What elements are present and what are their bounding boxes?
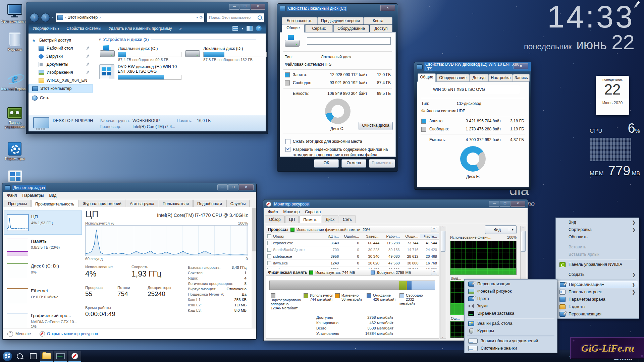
row-checkbox[interactable] [267,261,271,265]
tab-disk[interactable]: Диск [322,216,338,223]
menu-item-personalization-plus[interactable]: Персонализация+❯ [556,281,638,288]
perf-item-disk[interactable]: Диск 0 (C: D:)0% [4,260,81,284]
tab-network[interactable]: Сеть [339,216,356,223]
drive-item-d[interactable]: Локальный диск (D:) 87,8 ГБ свободно из … [184,46,267,62]
taskbar-resource-monitor-button[interactable] [68,351,81,362]
collapse-icon[interactable]: ⌃ [431,270,437,275]
sidebar-item-win10-folder[interactable]: WIN10_X86_X64_EN [29,76,93,84]
scrollbar[interactable] [440,226,446,339]
maximize-button[interactable]: ❐ [240,4,250,10]
address-bar[interactable]: › Этот компьютер › ▾ ⟳ [56,13,205,22]
back-button[interactable]: ‹ [30,13,39,22]
sidebar-item-quick-access[interactable]: Быстрый доступ [29,36,93,44]
tab-general[interactable]: Общие [282,24,305,33]
forward-button[interactable]: › [41,13,50,22]
task-view-button[interactable] [28,351,39,361]
sidebar-item-downloads[interactable]: Загрузки [29,52,93,60]
tab-startup[interactable]: Автозагрузка [126,200,158,207]
tab-previous-versions[interactable]: Предыдущие версии [317,17,364,24]
desktop-icon-recycle-bin[interactable]: Корзина [1,34,29,51]
menu-item-paste[interactable]: Вставить [556,243,638,251]
minimize-button[interactable]: — [217,184,228,190]
menu-item-view[interactable]: Вид❯ [556,219,638,226]
minimize-button[interactable]: — [229,4,239,10]
ok-button[interactable]: ОК [314,159,339,168]
maximize-button[interactable]: ❐ [500,201,510,207]
tab-tools[interactable]: Сервис [305,25,333,32]
open-resource-monitor-link[interactable]: Открыть монитор ресурсов [40,331,98,337]
menu-file[interactable]: Файл [266,209,280,215]
submenu-item-cursors[interactable]: Курсоры [465,327,556,335]
sidebar-item-this-pc[interactable]: Этот компьютер [29,84,93,93]
apply-button[interactable]: Применить [369,159,395,168]
disk-cleanup-button[interactable]: Очистка диска [359,122,393,130]
tab-app-history[interactable]: Журнал приложений [79,200,125,207]
tab-users[interactable]: Пользователи [159,200,193,207]
system-properties-button[interactable]: Свойства системы [66,26,101,31]
search-input[interactable]: Поиск: Этот компьютер [207,13,264,22]
close-button[interactable]: ✕ [251,4,265,10]
desktop-icon-settings[interactable]: Параметры [1,142,29,161]
address-dropdown-icon[interactable]: ▾ [196,16,198,19]
menu-options[interactable]: Параметры [20,192,46,198]
views-dropdown-icon[interactable]: ▾ [241,27,243,30]
close-button[interactable]: ✕ [239,184,254,190]
row-checkbox[interactable] [267,254,271,258]
menu-item-nvidia-control-panel[interactable]: Панель управления NVIDIA [556,261,638,268]
table-row[interactable]: explorer.exe 3640066 444115 28873 74441 … [266,240,439,246]
select-all-checkbox[interactable] [267,234,271,238]
sidebar-item-documents[interactable]: Документы [29,60,93,68]
table-row[interactable]: StartIsBackCfg.exe 700030 22839 13614 71… [266,246,439,253]
drive-item-c[interactable]: Локальный диск (C:) 87,4 ГБ свободно из … [99,46,181,62]
scrollbar[interactable] [252,207,256,328]
views-icon[interactable] [232,26,238,31]
perf-item-ethernet[interactable]: EthernetО: 0 П: 0 кбит/с [4,285,81,308]
volume-label-input[interactable]: WIN 10 ENT X86 LTSC OVG [431,86,519,93]
row-checkbox[interactable] [267,241,271,245]
submenu-item-desktop-icons[interactable]: Значки раб. стола [465,320,556,327]
recent-pages-icon[interactable]: ▾ [52,16,54,19]
tab-services[interactable]: Службы [226,200,250,207]
taskbar-explorer-button[interactable] [40,351,53,362]
submenu-item-personalization[interactable]: Персонализация [465,280,556,288]
refresh-icon[interactable]: ⟳ [200,15,203,20]
fewer-details-button[interactable]: ⌃Меньше [7,331,31,337]
menu-item-personalization[interactable]: Персонализация [556,310,638,318]
collapse-icon[interactable]: ⌃ [431,227,437,232]
cancel-button[interactable]: Отмена [341,159,366,168]
memory-panel-header[interactable]: Физическая память Используется: 744 МБ Д… [266,269,439,276]
taskbar-task-manager-button[interactable] [54,351,67,362]
menu-item-refresh[interactable]: Обновить [556,233,638,241]
collapse-icon[interactable]: ∨ [99,38,101,41]
desktop-icon-partial[interactable] [8,170,22,182]
tab-hardware[interactable]: Оборудование [436,74,469,81]
sidebar-item-desktop[interactable]: Рабочий стол [29,44,93,52]
menu-file[interactable]: Файл [5,192,19,198]
submenu-item-sounds[interactable]: Звуки [465,302,556,310]
tab-cpu[interactable]: ЦП [285,216,299,223]
sidebar-item-network[interactable]: Сеть [29,94,93,102]
tab-memory[interactable]: Память [299,216,321,223]
tab-quota[interactable]: Квота [364,17,392,24]
menu-view[interactable]: Вид [47,192,59,198]
menu-item-new[interactable]: Создать❯ [556,271,638,278]
tab-sharing[interactable]: Доступ [469,74,489,81]
close-button[interactable]: ✕ [380,5,395,11]
search-icon[interactable] [258,15,262,20]
tab-sharing[interactable]: Доступ [370,25,392,32]
help-icon[interactable]: ? [256,25,262,31]
tab-recording[interactable]: Запись [513,74,530,81]
maximize-button[interactable]: ❐ [228,184,238,190]
tab-processes[interactable]: Процессы [4,200,31,207]
table-row[interactable]: sidebar.exe 3956030 34049 08028 61220 46… [266,253,439,260]
desktop-icon-this-pc[interactable]: Этот компьютер [1,4,29,23]
index-checkbox[interactable] [285,147,290,152]
close-button[interactable]: ✕ [511,201,525,207]
submenu-item-system-icons[interactable]: Системные значки [465,345,556,352]
search-button[interactable] [14,351,25,361]
submenu-item-screensaver[interactable]: Экранная заставка [465,310,556,317]
desktop-icon-internet-explorer[interactable]: e Internet Explorer [1,71,29,91]
breadcrumb[interactable]: Этот компьютер [68,15,98,20]
minimize-button[interactable]: — [489,201,499,207]
tab-performance[interactable]: Производительность [31,200,78,207]
